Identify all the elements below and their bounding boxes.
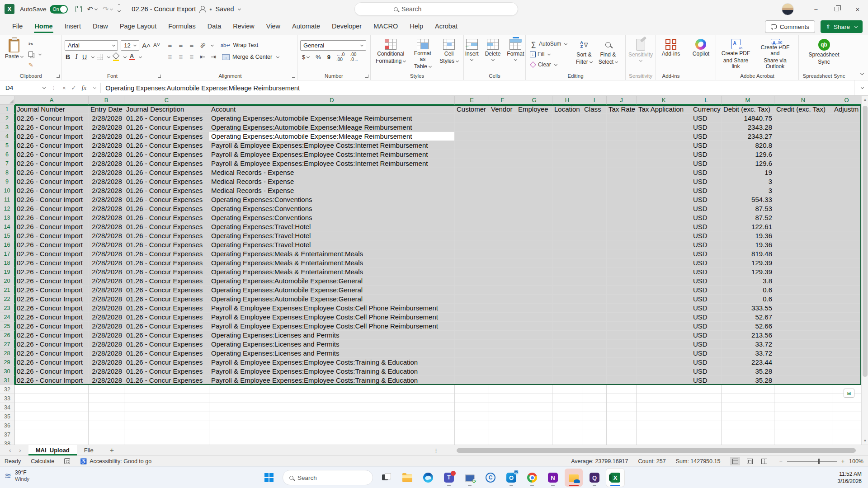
cell-E19[interactable] (455, 267, 489, 277)
column-header-A[interactable]: A (15, 96, 89, 105)
cell-D35[interactable] (209, 412, 455, 421)
cell-H5[interactable] (552, 141, 582, 150)
row-header-25[interactable]: 25 (0, 322, 15, 331)
cell-K21[interactable] (637, 286, 691, 295)
cell-B7[interactable]: 2/28/2028 (89, 159, 124, 168)
cell-H11[interactable] (552, 195, 582, 204)
cell-N16[interactable] (774, 240, 832, 249)
cell-H23[interactable] (552, 304, 582, 313)
cell-M8[interactable]: 19 (722, 168, 774, 177)
autosum-button[interactable]: ∑AutoSum (528, 39, 572, 49)
column-header-E[interactable]: E (455, 96, 489, 105)
cell-D20[interactable]: Operating Expenses:Automobile Expense:Ge… (209, 277, 455, 286)
cell-I30[interactable] (582, 367, 607, 376)
cell-G6[interactable] (516, 150, 552, 159)
cell-C37[interactable] (124, 430, 209, 439)
cell-M31[interactable]: 35.28 (722, 376, 774, 385)
cell-M21[interactable]: 0.6 (722, 286, 774, 295)
cell-I38[interactable] (582, 439, 607, 445)
cell-K9[interactable] (637, 177, 691, 186)
cell-C26[interactable]: 01.26 - Concur Expenses (124, 331, 209, 340)
cell-G3[interactable] (516, 123, 552, 132)
cell-A22[interactable]: 02.26 - Concur Import (15, 295, 89, 304)
cell-A2[interactable]: 02.26 - Concur Import (15, 114, 89, 123)
cell-I19[interactable] (582, 267, 607, 277)
cell-H22[interactable] (552, 295, 582, 304)
cell-A23[interactable]: 02.26 - Concur Import (15, 304, 89, 313)
row-header-36[interactable]: 36 (0, 421, 15, 430)
cell-G10[interactable] (516, 186, 552, 195)
onedrive-folder-icon[interactable] (565, 469, 583, 487)
cell-M26[interactable]: 213.56 (722, 331, 774, 340)
status-average[interactable]: Average: 23799.16917 (571, 458, 628, 465)
cell-K2[interactable] (637, 114, 691, 123)
cell-C14[interactable]: 01.26 - Concur Expenses (124, 222, 209, 231)
cell-M13[interactable]: 87.52 (722, 213, 774, 222)
cell-H1[interactable]: Location (552, 105, 582, 114)
cell-F34[interactable] (489, 403, 516, 412)
cell-E36[interactable] (455, 421, 489, 430)
cell-E11[interactable] (455, 195, 489, 204)
cell-D8[interactable]: Medical Records - Expense (209, 168, 455, 177)
cell-C1[interactable]: Journal Description (124, 105, 209, 114)
cell-I4[interactable] (582, 132, 607, 141)
cell-B26[interactable]: 2/28/2028 (89, 331, 124, 340)
cell-N33[interactable] (774, 394, 832, 403)
cell-F36[interactable] (489, 421, 516, 430)
row-header-6[interactable]: 6 (0, 150, 15, 159)
cell-C22[interactable]: 01.26 - Concur Expenses (124, 295, 209, 304)
cell-C36[interactable] (124, 421, 209, 430)
cell-C20[interactable]: 01.26 - Concur Expenses (124, 277, 209, 286)
cell-A31[interactable]: 02.26 - Concur Import (15, 376, 89, 385)
cell-B27[interactable]: 2/28/2028 (89, 340, 124, 349)
cell-L27[interactable]: USD (691, 340, 722, 349)
cell-A30[interactable]: 02.26 - Concur Import (15, 367, 89, 376)
cell-B9[interactable]: 2/28/2028 (89, 177, 124, 186)
file-explorer-icon[interactable] (398, 469, 416, 487)
cell-I32[interactable] (582, 385, 607, 394)
show-desktop-button[interactable] (866, 473, 866, 482)
cell-I33[interactable] (582, 394, 607, 403)
cell-D27[interactable]: Operating Expenses:Licenses and Permits (209, 340, 455, 349)
italic-button[interactable]: I (74, 53, 79, 61)
cell-N24[interactable] (774, 313, 832, 322)
row-header-30[interactable]: 30 (0, 367, 15, 376)
cell-N5[interactable] (774, 141, 832, 150)
new-sheet-button[interactable]: + (101, 445, 123, 455)
cell-M38[interactable] (722, 439, 774, 445)
cell-D10[interactable]: Medical Records - Expense (209, 186, 455, 195)
cell-M23[interactable]: 333.55 (722, 304, 774, 313)
cell-D21[interactable]: Operating Expenses:Automobile Expense:Ge… (209, 286, 455, 295)
cell-N31[interactable] (774, 376, 832, 385)
cell-C38[interactable] (124, 439, 209, 445)
cell-H7[interactable] (552, 159, 582, 168)
cell-M35[interactable] (722, 412, 774, 421)
cell-B32[interactable] (89, 385, 124, 394)
cell-D29[interactable]: Payroll & Employee Expenses:Employee Cos… (209, 358, 455, 367)
cell-H9[interactable] (552, 177, 582, 186)
cell-L25[interactable]: USD (691, 322, 722, 331)
cell-M12[interactable]: 87.53 (722, 204, 774, 213)
cell-D26[interactable]: Operating Expenses:Licenses and Permits (209, 331, 455, 340)
cell-C23[interactable]: 01.26 - Concur Expenses (124, 304, 209, 313)
cell-H27[interactable] (552, 340, 582, 349)
collapse-ribbon-button[interactable] (859, 69, 863, 77)
grow-font-button[interactable]: A˄ (142, 42, 151, 49)
cell-B6[interactable]: 2/28/2028 (89, 150, 124, 159)
ribbon-tab-view[interactable]: View (260, 19, 286, 34)
cell-K28[interactable] (637, 349, 691, 358)
cell-O28[interactable] (832, 349, 861, 358)
cell-C3[interactable]: 01.26 - Concur Expenses (124, 123, 209, 132)
cell-I6[interactable] (582, 150, 607, 159)
cell-A38[interactable] (15, 439, 89, 445)
cell-K15[interactable] (637, 231, 691, 240)
cell-M36[interactable] (722, 421, 774, 430)
row-header-10[interactable]: 10 (0, 186, 15, 195)
insert-cells-button[interactable]: ← Insert (463, 38, 481, 70)
cell-F8[interactable] (489, 168, 516, 177)
cell-C12[interactable]: 01.26 - Concur Expenses (124, 204, 209, 213)
cell-N20[interactable] (774, 277, 832, 286)
cell-J25[interactable] (607, 322, 637, 331)
number-dialog-launcher[interactable] (365, 75, 368, 78)
cell-K25[interactable] (637, 322, 691, 331)
